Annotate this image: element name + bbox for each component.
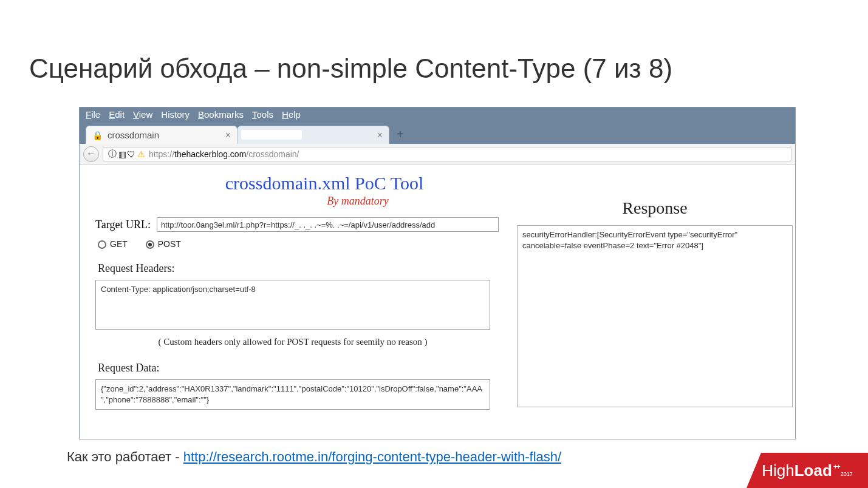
menu-tools[interactable]: Tools: [252, 109, 273, 120]
lock-icon: 🔒: [92, 130, 103, 140]
tool-title: crossdomain.xml PoC Tool: [95, 173, 499, 194]
tab-crossdomain[interactable]: 🔒 crossdomain ×: [86, 126, 238, 144]
back-button[interactable]: ←: [83, 146, 99, 162]
radio-post[interactable]: POST: [146, 239, 181, 249]
target-url-input[interactable]: [157, 217, 499, 232]
close-icon[interactable]: ×: [377, 130, 383, 141]
request-headers-label: Request Headers:: [98, 262, 499, 275]
slide-caption: Как это работает - http://research.rootm…: [67, 449, 561, 465]
tab-strip: 🔒 crossdomain × × +: [80, 122, 795, 144]
caption-link[interactable]: http://research.rootme.in/forging-conten…: [183, 449, 561, 464]
response-output: securityErrorHandler:[SecurityErrorEvent…: [517, 225, 793, 407]
address-toolbar: ← ⓘ ▥ 🛡 ⚠ https://thehackerblog.com/cros…: [80, 144, 795, 164]
tab-redacted[interactable]: ×: [238, 126, 389, 144]
browser-window: File Edit View History Bookmarks Tools H…: [79, 107, 796, 439]
page-content: crossdomain.xml PoC Tool By mandatory Ta…: [80, 164, 795, 439]
slide-title: Сценарий обхода – non-simple Content-Typ…: [29, 53, 672, 84]
request-headers-input[interactable]: [95, 280, 490, 330]
radio-icon-selected: [146, 240, 154, 249]
tool-subtitle: By mandatory: [95, 195, 499, 208]
shield-icon[interactable]: 🛡: [127, 149, 135, 159]
request-data-label: Request Data:: [98, 362, 499, 374]
request-data-input[interactable]: [95, 379, 490, 410]
target-url-label: Target URL:: [95, 219, 151, 231]
url-text: https://thehackerblog.com/crossdomain/: [149, 149, 299, 159]
highload-badge: HighLoad++2017: [747, 453, 868, 488]
new-tab-button[interactable]: +: [397, 127, 404, 141]
http-method-radio-group: GET POST: [98, 239, 499, 249]
menu-view[interactable]: View: [133, 109, 152, 120]
menu-bookmarks[interactable]: Bookmarks: [198, 109, 244, 120]
menu-history[interactable]: History: [161, 109, 190, 120]
radio-icon: [98, 240, 106, 249]
tab-label: crossdomain: [108, 130, 159, 140]
warning-icon[interactable]: ⚠: [137, 149, 145, 159]
menu-file[interactable]: File: [86, 109, 100, 120]
headers-note: ( Custom headers only allowed for POST r…: [95, 337, 490, 347]
browser-menu-bar: File Edit View History Bookmarks Tools H…: [80, 107, 795, 122]
menu-edit[interactable]: Edit: [109, 109, 125, 120]
reader-icon[interactable]: ▥: [118, 149, 125, 159]
url-bar[interactable]: ⓘ ▥ 🛡 ⚠ https://thehackerblog.com/crossd…: [103, 147, 791, 161]
close-icon[interactable]: ×: [225, 130, 231, 141]
response-title: Response: [517, 198, 793, 218]
menu-help[interactable]: Help: [282, 109, 301, 120]
radio-get[interactable]: GET: [98, 239, 128, 249]
info-icon[interactable]: ⓘ: [108, 149, 117, 160]
